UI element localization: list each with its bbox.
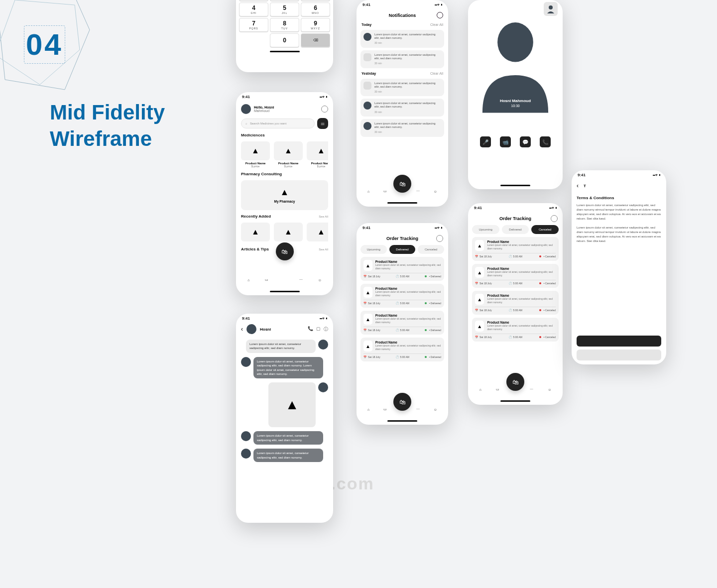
product-image: ▲: [307, 141, 328, 160]
tab-delivered[interactable]: Delivered: [389, 245, 416, 254]
chat-image[interactable]: ▲: [268, 382, 316, 427]
keypad-key[interactable]: 8TUV: [270, 18, 299, 32]
nav-doc-icon[interactable]: ▭: [496, 387, 499, 391]
mute-button[interactable]: 🎤: [480, 136, 491, 147]
nav-profile-icon[interactable]: ☺: [434, 190, 437, 193]
greeting-name: Mahmoud: [254, 109, 274, 113]
keypad-key[interactable]: 5JKL: [270, 2, 299, 16]
order-card[interactable]: ▲ Product NameLorem ipsum dolor sit amet…: [472, 264, 559, 288]
nav-chat-icon[interactable]: ⋯: [416, 189, 420, 193]
fab-shop-button[interactable]: 🛍: [276, 242, 294, 260]
nav-doc-icon[interactable]: ▭: [383, 407, 387, 411]
decline-button[interactable]: [577, 350, 661, 360]
notification-card[interactable]: Lorem ipsum dolor sit amet, consetetur s…: [360, 30, 444, 48]
avatar: [363, 102, 371, 110]
notification-card[interactable]: Lorem ipsum dolor sit amet, consetetur s…: [360, 50, 444, 68]
calendar-icon: 📅: [363, 275, 366, 278]
keypad-key[interactable]: 2ABC: [270, 0, 299, 1]
nav-chat-icon[interactable]: ⋯: [530, 387, 533, 391]
product-card[interactable]: ▲ Product Name $ price: [307, 141, 328, 168]
nav-doc-icon[interactable]: ▭: [383, 189, 387, 193]
nav-home-icon[interactable]: ⌂: [479, 388, 481, 391]
product-image[interactable]: ▲: [307, 223, 328, 241]
calendar-icon: 📅: [475, 336, 478, 339]
yesterday-label: Yestrday: [361, 72, 376, 75]
tab-canceled[interactable]: Canceled: [418, 245, 444, 254]
nav-doc-icon[interactable]: ▭: [265, 278, 268, 282]
see-all-link[interactable]: See All: [319, 215, 328, 218]
fab-shop-button[interactable]: 🛍: [506, 373, 524, 391]
section-number: 04: [26, 27, 63, 62]
product-card[interactable]: ▲ Product Name $ price: [241, 141, 270, 168]
accept-button[interactable]: [577, 336, 661, 347]
video-button[interactable]: 📹: [500, 136, 511, 147]
product-image[interactable]: ▲: [274, 223, 303, 241]
avatar[interactable]: [241, 104, 251, 114]
bell-icon[interactable]: [321, 106, 328, 113]
nav-profile-icon[interactable]: ☺: [318, 278, 322, 282]
nav-chat-icon[interactable]: ⋯: [299, 278, 303, 282]
fab-shop-button[interactable]: 🛍: [393, 393, 411, 411]
endcall-button[interactable]: 📞: [540, 136, 551, 147]
phone-home: 9:41••• ᯤ ▮ Hello, Hosni Mahmoud ⌕ Searc…: [236, 92, 333, 295]
order-card[interactable]: ▲ Product NameLorem ipsum dolor sit amet…: [472, 237, 559, 261]
consult-card[interactable]: ▲ My Pharmacy: [241, 180, 328, 210]
avatar-small-box[interactable]: [544, 2, 558, 16]
fab-shop-button[interactable]: 🛍: [393, 175, 411, 193]
tab-upcoming[interactable]: Upcoming: [360, 245, 387, 254]
product-card[interactable]: ▲ Product Name $ price: [274, 141, 303, 168]
notification-card[interactable]: Lorem ipsum dolor sit amet, consetetur s…: [360, 119, 444, 137]
search-input[interactable]: ⌕ Search Medicines you want: [241, 118, 315, 128]
mountain-icon: ▲: [280, 187, 289, 198]
filter-button[interactable]: ⚌: [317, 118, 328, 129]
notification-card[interactable]: Lorem ipsum dolor sit amet, consetetur s…: [360, 79, 444, 97]
tab-delivered[interactable]: Delivered: [502, 225, 529, 234]
chat-button[interactable]: 💬: [520, 136, 531, 147]
keypad-key[interactable]: 7PQRS: [239, 18, 268, 32]
keypad-key[interactable]: 1: [239, 0, 268, 1]
info-icon[interactable]: ⓘ: [324, 326, 328, 333]
order-card[interactable]: ▲ Product NameLorem ipsum dolor sit amet…: [360, 257, 444, 281]
nav-home-icon[interactable]: ⌂: [367, 408, 369, 411]
tab-canceled[interactable]: Canceled: [531, 225, 559, 234]
nav-profile-icon[interactable]: ☺: [434, 408, 437, 411]
keypad-key[interactable]: 4GHI: [239, 2, 268, 16]
section-medicines: Mediciences: [241, 133, 328, 137]
back-icon[interactable]: ‹: [241, 326, 243, 333]
phone-order-canceled: 9:41••• ᯤ ▮ Order Tracking Upcoming Deli…: [468, 203, 563, 405]
keypad-delete[interactable]: ⌫: [301, 33, 330, 47]
nav-home-icon[interactable]: ⌂: [367, 190, 369, 193]
nav-profile-icon[interactable]: ☺: [548, 388, 551, 391]
nav-home-icon[interactable]: ⌂: [247, 278, 249, 282]
see-all-link[interactable]: See All: [319, 248, 328, 251]
keypad-key[interactable]: 9WXYZ: [301, 18, 330, 32]
clear-all-link[interactable]: Clear All: [430, 23, 443, 26]
order-card[interactable]: ▲ Product NameLorem ipsum dolor sit amet…: [360, 338, 444, 361]
clear-all-link[interactable]: Clear All: [430, 72, 443, 75]
bell-icon[interactable]: [437, 12, 443, 18]
status-bar: 9:41••• ᯤ ▮: [468, 203, 563, 212]
keypad-key[interactable]: 6MNO: [301, 2, 330, 16]
page-title: Mid Fidelity Wireframe: [50, 100, 165, 152]
product-image[interactable]: ▲: [241, 223, 270, 241]
phone-icon[interactable]: 📞: [308, 326, 313, 333]
status-bar: 9:41••• ᯤ ▮: [572, 170, 666, 179]
today-label: Today: [361, 23, 371, 26]
nav-chat-icon[interactable]: ⋯: [416, 407, 420, 411]
bell-icon[interactable]: [551, 215, 558, 222]
tab-upcoming[interactable]: Upcoming: [472, 225, 499, 234]
terms-paragraph: Lorem ipsum dolor sit amet, consetetur s…: [577, 203, 661, 221]
clock-icon: 🕐: [509, 336, 512, 339]
bell-icon[interactable]: [436, 235, 443, 242]
notification-card[interactable]: Lorem ipsum dolor sit amet, consetetur s…: [360, 99, 444, 117]
keypad-key[interactable]: 0: [270, 33, 299, 47]
keypad-key[interactable]: 3DEF: [301, 0, 330, 1]
order-card[interactable]: ▲ Product NameLorem ipsum dolor sit amet…: [360, 311, 444, 335]
order-card[interactable]: ▲ Product NameLorem ipsum dolor sit amet…: [360, 284, 444, 308]
order-tracking-title: Order Tracking: [468, 212, 563, 225]
order-card[interactable]: ▲ Product NameLorem ipsum dolor sit amet…: [472, 291, 559, 315]
order-card[interactable]: ▲ Product NameLorem ipsum dolor sit amet…: [472, 318, 559, 342]
video-icon[interactable]: ▢: [316, 326, 321, 333]
phone-order-delivered: 9:41••• ᯤ ▮ Order Tracking Upcoming Deli…: [357, 223, 448, 425]
back-icon[interactable]: ‹: [577, 182, 579, 189]
